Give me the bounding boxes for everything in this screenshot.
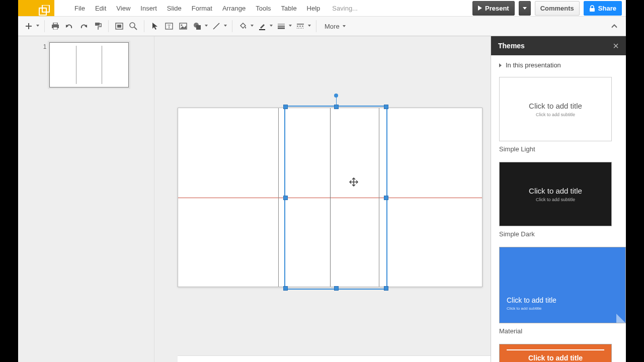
slide[interactable] (178, 108, 482, 287)
menu-view[interactable]: View (111, 2, 135, 15)
svg-rect-3 (590, 8, 595, 12)
svg-marker-16 (152, 23, 157, 30)
theme-preview-subtitle: Click to add subtitle (536, 112, 575, 117)
theme-preview[interactable]: Click to add title Click to add subtitle (499, 162, 612, 226)
share-button[interactable]: Share (584, 1, 622, 16)
menu-insert[interactable]: Insert (135, 2, 162, 15)
present-button[interactable]: Present (472, 1, 515, 16)
menu-items: File Edit View Insert Slide Format Arran… (69, 2, 325, 15)
chevron-down-icon (289, 25, 292, 27)
line-weight-button[interactable] (275, 20, 288, 33)
slide-canvas[interactable] (154, 36, 491, 362)
resize-handle-e[interactable] (384, 196, 388, 200)
save-status: Saving... (332, 5, 358, 12)
resize-handle-s[interactable] (334, 286, 339, 291)
theme-item[interactable]: Click to add title Click to add subtitle… (499, 77, 618, 153)
toolbar: T More (18, 16, 626, 36)
paint-format-button[interactable] (91, 20, 104, 33)
themes-section[interactable]: In this presentation (491, 55, 626, 75)
triangle-right-icon (499, 63, 502, 67)
more-label: More (325, 23, 340, 30)
theme-name: Simple Dark (499, 230, 618, 238)
theme-name: Simple Light (499, 145, 618, 153)
separator (316, 20, 316, 32)
menu-arrange[interactable]: Arrange (217, 2, 251, 15)
accent-line (507, 349, 604, 350)
chevron-down-icon (343, 25, 346, 27)
slide-filmstrip[interactable]: 1 (18, 36, 154, 362)
theme-item[interactable]: Click to add title Click to add subtitle… (499, 247, 618, 335)
menu-format[interactable]: Format (187, 2, 217, 15)
move-cursor-icon (349, 177, 358, 187)
comments-button[interactable]: Comments (535, 1, 580, 16)
themes-section-label: In this presentation (506, 61, 561, 69)
menu-tools[interactable]: Tools (251, 2, 276, 15)
svg-rect-24 (259, 29, 265, 30)
svg-rect-11 (95, 23, 100, 26)
chevron-down-icon (36, 25, 39, 27)
corner-fold-icon (616, 314, 625, 323)
zoom-button[interactable] (127, 20, 140, 33)
speaker-notes-bar[interactable] (178, 355, 491, 362)
present-dropdown[interactable] (519, 1, 531, 16)
theme-name: Material (499, 327, 618, 335)
svg-line-23 (213, 23, 219, 29)
themes-panel: Themes × In this presentation Click to a… (491, 36, 626, 362)
resize-handle-nw[interactable] (283, 105, 288, 109)
rotate-handle[interactable] (334, 94, 338, 98)
resize-handle-ne[interactable] (384, 105, 388, 109)
line-tool[interactable] (210, 20, 223, 33)
theme-preview-title: Click to add title (507, 296, 556, 304)
line-dash-button[interactable] (294, 20, 307, 33)
close-icon[interactable]: × (613, 40, 619, 52)
new-slide-button[interactable] (22, 20, 35, 33)
zoom-fit-button[interactable] (113, 20, 126, 33)
resize-handle-n[interactable] (334, 105, 339, 109)
theme-preview[interactable]: Click to add title Click to add subtitle (499, 77, 612, 141)
theme-item[interactable]: Click to add title Click to add subtitle… (499, 162, 618, 238)
chevron-down-icon (251, 25, 254, 27)
textbox-tool[interactable]: T (163, 20, 176, 33)
select-tool[interactable] (148, 20, 162, 33)
play-icon (478, 6, 482, 11)
separator (44, 20, 45, 32)
theme-preview-subtitle: Click to add subtitle (507, 306, 541, 311)
image-tool[interactable] (177, 20, 190, 33)
vertical-guide (278, 108, 279, 287)
theme-preview-title: Click to add title (529, 102, 582, 110)
resize-handle-sw[interactable] (283, 286, 288, 291)
collapse-toolbar-button[interactable] (611, 24, 618, 29)
comments-label: Comments (540, 5, 574, 12)
menu-help[interactable]: Help (302, 2, 326, 15)
theme-preview[interactable]: Click to add title (499, 344, 612, 362)
theme-preview-title: Click to add title (529, 187, 582, 195)
theme-preview-subtitle: Click to add subtitle (536, 197, 575, 202)
chevron-down-icon (270, 25, 273, 27)
line-color-button[interactable] (256, 20, 269, 33)
more-menu[interactable]: More (320, 23, 350, 30)
chevron-down-icon (523, 7, 527, 10)
themes-title: Themes (498, 42, 525, 50)
menu-slide[interactable]: Slide (162, 2, 187, 15)
slide-thumbnail[interactable]: 1 (18, 42, 154, 87)
slide-preview[interactable] (49, 42, 129, 87)
resize-handle-se[interactable] (384, 286, 388, 291)
svg-marker-2 (523, 7, 527, 10)
selected-shape[interactable] (284, 106, 387, 290)
theme-preview[interactable]: Click to add title Click to add subtitle (499, 247, 626, 323)
theme-item[interactable]: Click to add title (499, 344, 618, 362)
menu-file[interactable]: File (69, 2, 90, 15)
print-button[interactable] (49, 20, 62, 33)
resize-handle-w[interactable] (283, 196, 288, 200)
shape-tool[interactable] (191, 20, 204, 33)
themes-list[interactable]: Click to add title Click to add subtitle… (491, 75, 626, 362)
app-logo[interactable] (18, 0, 54, 16)
fill-color-button[interactable] (236, 20, 250, 33)
separator (108, 20, 109, 32)
undo-button[interactable] (63, 20, 76, 33)
menu-table[interactable]: Table (276, 2, 302, 15)
redo-button[interactable] (77, 20, 90, 33)
menu-edit[interactable]: Edit (90, 2, 111, 15)
svg-rect-8 (53, 27, 57, 30)
separator (232, 20, 232, 32)
